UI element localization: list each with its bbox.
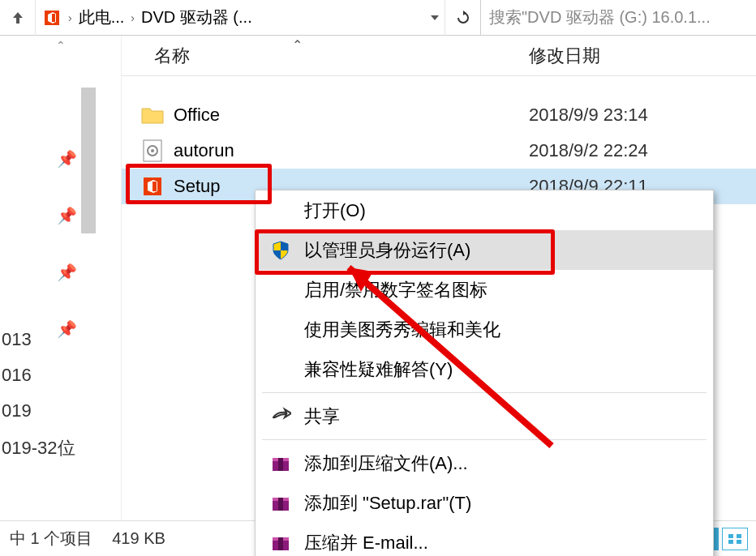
status-selection: 中 1 个项目 (10, 528, 92, 550)
sort-indicator-icon: ⌃ (292, 37, 303, 53)
blank-icon (268, 318, 293, 342)
breadcrumb-item[interactable]: DVD 驱动器 (... (141, 6, 252, 28)
search-placeholder: 搜索"DVD 驱动器 (G:) 16.0.1... (489, 6, 711, 28)
breadcrumb-item[interactable]: 此电... (79, 6, 125, 28)
shield-icon (268, 238, 293, 263)
ctx-open[interactable]: 打开(O) (256, 190, 713, 230)
up-button[interactable] (0, 0, 36, 36)
column-headers: 名称 ⌃ 修改日期 (122, 36, 756, 76)
menu-separator (262, 439, 707, 440)
inf-file-icon (138, 139, 167, 163)
file-name: autorun (174, 140, 529, 161)
ctx-run-as-admin[interactable]: 以管理员身份运行(A) (256, 230, 713, 270)
archive-icon (268, 491, 293, 515)
column-name[interactable]: 名称 ⌃ (122, 44, 529, 68)
blank-icon (268, 199, 293, 223)
sidebar-item[interactable]: 016 (2, 365, 75, 386)
status-size: 419 KB (112, 529, 165, 548)
archive-icon (268, 531, 293, 555)
svg-rect-9 (278, 458, 283, 471)
svg-rect-12 (278, 498, 283, 511)
svg-rect-26 (728, 540, 733, 544)
menu-separator (262, 392, 707, 393)
ctx-add-rar[interactable]: 添加到 "Setup.rar"(T) (256, 483, 713, 523)
view-icons-button[interactable] (722, 528, 748, 550)
svg-rect-27 (737, 540, 741, 544)
ctx-enable-sig[interactable]: 启用/禁用数字签名图标 (256, 270, 713, 310)
context-menu: 打开(O) 以管理员身份运行(A) 启用/禁用数字签名图标 使用美图秀秀编辑和美… (255, 190, 714, 556)
ctx-add-compress[interactable]: 添加到压缩文件(A)... (256, 443, 713, 483)
file-row-office[interactable]: Office 2018/9/9 23:14 (122, 97, 756, 133)
svg-rect-25 (737, 534, 741, 538)
sidebar-item[interactable]: 019 (2, 400, 75, 421)
pin-icon: 📌 (57, 206, 77, 225)
folder-icon (138, 103, 167, 127)
ctx-meitu[interactable]: 使用美图秀秀编辑和美化 (256, 310, 713, 349)
refresh-button[interactable] (445, 0, 480, 36)
nav-pane: ⌃ 📌 📌 📌 📌 013 016 019 019-32位 (0, 36, 122, 520)
blank-icon (268, 357, 293, 382)
share-icon (268, 404, 293, 429)
svg-rect-1 (52, 14, 55, 22)
office-setup-icon (138, 174, 167, 199)
column-date[interactable]: 修改日期 (529, 44, 756, 68)
breadcrumb[interactable]: › 此电... › DVD 驱动器 (... (36, 6, 425, 28)
svg-rect-24 (728, 534, 733, 538)
search-input[interactable]: 搜索"DVD 驱动器 (G:) 16.0.1... (480, 0, 756, 36)
chevron-right-icon: › (129, 11, 136, 24)
file-date: 2018/9/2 22:24 (529, 140, 756, 161)
address-bar: › 此电... › DVD 驱动器 (... 搜索"DVD 驱动器 (G:) 1… (0, 0, 756, 36)
pin-icon: 📌 (57, 149, 77, 169)
chevron-right-icon: › (67, 11, 74, 24)
ctx-share[interactable]: 共享 (256, 396, 713, 436)
sidebar-item[interactable]: 019-32位 (2, 436, 75, 460)
file-date: 2018/9/9 23:14 (529, 105, 756, 126)
office-icon (42, 8, 62, 28)
archive-icon (268, 451, 293, 476)
ctx-compat[interactable]: 兼容性疑难解答(Y) (256, 349, 713, 389)
address-dropdown[interactable] (425, 12, 445, 24)
blank-icon (268, 278, 293, 302)
ctx-compress-email[interactable]: 压缩并 E-mail... (256, 523, 713, 556)
svg-point-4 (151, 149, 154, 152)
svg-rect-6 (152, 182, 157, 191)
sidebar-item[interactable]: 013 (2, 329, 75, 350)
svg-rect-15 (278, 537, 283, 550)
scroll-up-icon[interactable]: ⌃ (0, 36, 121, 55)
pin-icon: 📌 (57, 263, 77, 282)
scrollbar-thumb[interactable] (81, 88, 96, 233)
file-name: Office (174, 105, 529, 126)
file-row-autorun[interactable]: autorun 2018/9/2 22:24 (122, 133, 756, 169)
